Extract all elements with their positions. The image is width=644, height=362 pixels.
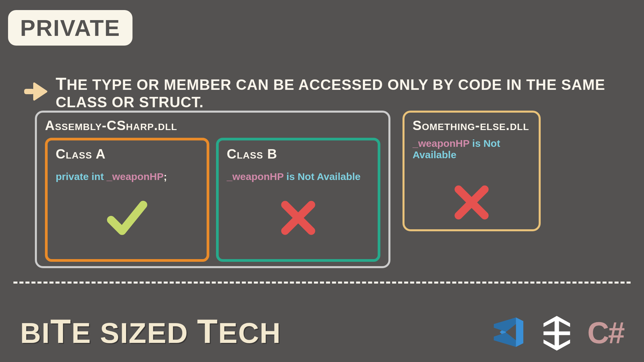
csharp-icon: C# bbox=[587, 316, 624, 350]
secondary-content: _weaponHP is Not Available bbox=[413, 138, 531, 241]
unity-icon bbox=[538, 314, 575, 352]
footer: BITE SIZED TECH C# bbox=[20, 314, 624, 352]
cross-icon bbox=[413, 164, 531, 241]
assembly-main-label: Assembly-CSharp.dll bbox=[45, 118, 380, 133]
assembly-secondary-label: Something-else.dll bbox=[413, 118, 531, 133]
class-b-status: _weaponHP is Not Available bbox=[227, 171, 370, 182]
svg-rect-0 bbox=[24, 89, 34, 94]
arrow-right-icon bbox=[24, 82, 48, 102]
type-int: int bbox=[92, 171, 104, 182]
description-row: The type or member can be accessed only … bbox=[24, 74, 631, 111]
brand-part2: T bbox=[50, 318, 71, 345]
brand-logo: BITE SIZED TECH bbox=[20, 316, 281, 350]
var-name-b: _weaponHP bbox=[227, 171, 284, 182]
var-name-sec: _weaponHP bbox=[413, 138, 470, 149]
class-a-label: Class A bbox=[56, 146, 199, 162]
title-badge: PRIVATE bbox=[8, 10, 132, 46]
semicolon: ; bbox=[164, 171, 167, 182]
class-row: Class A private int _weaponHP; Class B _… bbox=[45, 138, 380, 262]
check-icon bbox=[56, 182, 199, 253]
class-a-declaration: private int _weaponHP; bbox=[56, 171, 199, 182]
class-a-box: Class A private int _weaponHP; bbox=[45, 138, 209, 262]
vscode-icon bbox=[489, 314, 526, 352]
assembly-secondary-box: Something-else.dll _weaponHP is Not Avai… bbox=[402, 111, 541, 231]
class-b-label: Class B bbox=[227, 146, 370, 162]
cross-icon bbox=[227, 182, 370, 253]
description-text: The type or member can be accessed only … bbox=[56, 74, 631, 111]
icon-row: C# bbox=[489, 314, 624, 352]
keyword-private: private bbox=[56, 171, 89, 182]
brand-part3: E SIZED bbox=[71, 317, 197, 349]
brand-part1: BI bbox=[20, 317, 50, 349]
title-text: PRIVATE bbox=[20, 15, 120, 41]
brand-part5: ECH bbox=[218, 317, 281, 349]
status-text-b: is Not Available bbox=[284, 171, 361, 182]
var-name-a: _weaponHP bbox=[107, 171, 164, 182]
class-b-box: Class B _weaponHP is Not Available bbox=[216, 138, 380, 262]
secondary-status: _weaponHP is Not Available bbox=[413, 138, 531, 161]
assembly-main-box: Assembly-CSharp.dll Class A private int … bbox=[35, 111, 390, 268]
brand-part4: T bbox=[197, 318, 218, 345]
dashed-divider bbox=[13, 282, 631, 284]
